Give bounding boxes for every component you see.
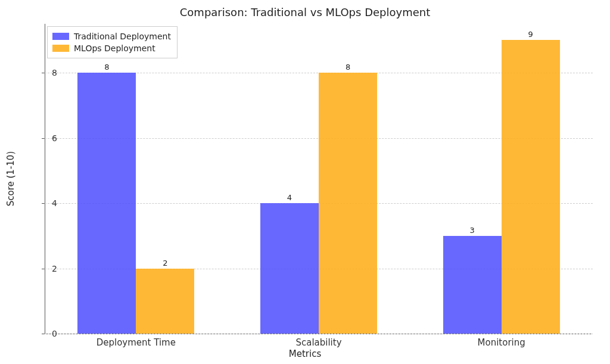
bar-value-label: 4 [287,193,292,202]
y-tick-label: 6 [39,133,57,143]
legend: Traditional Deployment MLOps Deployment [47,26,178,58]
bar-traditional [260,203,319,334]
y-axis-label: Score (1-10) [5,151,16,207]
bar-value-label: 3 [469,226,474,235]
x-tick-label: Scalability [295,337,341,348]
legend-label: Traditional Deployment [74,30,171,42]
legend-swatch [52,33,69,40]
plot-area: 8 4 3 2 8 9 Deployment Time Scalability … [45,24,593,334]
y-tick-label: 4 [39,198,57,208]
x-axis-label: Metrics [0,349,610,359]
chart-container: Comparison: Traditional vs MLOps Deploym… [0,0,610,364]
y-tick-label: 8 [39,68,57,77]
bar-mlops [319,73,377,334]
legend-entry-traditional: Traditional Deployment [52,30,171,42]
y-tick-label: 2 [39,264,57,273]
legend-swatch [52,45,69,52]
bar-value-label: 8 [346,63,350,71]
x-tick-label: Deployment Time [97,337,176,348]
bar-traditional [77,73,136,334]
bar-traditional [443,236,502,334]
bar-mlops [136,269,194,334]
legend-entry-mlops: MLOps Deployment [52,42,171,54]
bar-value-label: 8 [104,63,109,71]
bar-value-label: 9 [528,30,533,39]
bar-value-label: 2 [163,259,167,267]
y-tick-label: 0 [39,329,57,338]
legend-label: MLOps Deployment [74,42,155,54]
x-tick-label: Monitoring [478,337,525,348]
grid-line [45,334,593,334]
bar-mlops [502,40,560,334]
chart-title: Comparison: Traditional vs MLOps Deploym… [0,6,610,18]
